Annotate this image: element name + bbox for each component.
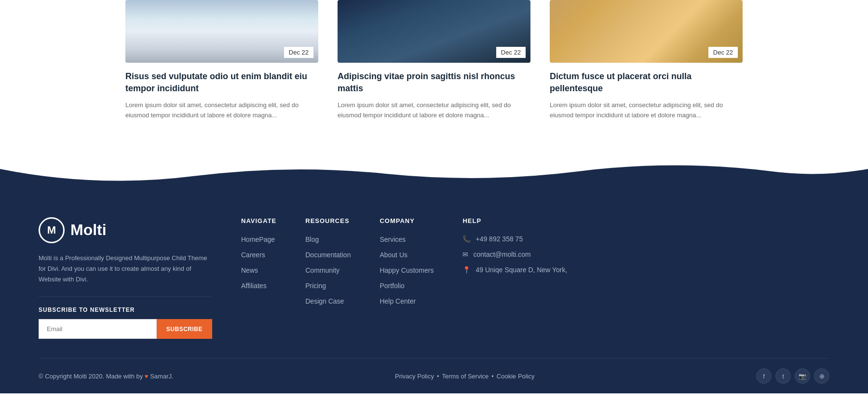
twitter-icon[interactable]: t xyxy=(775,368,791,384)
instagram-icon[interactable]: 📷 xyxy=(795,368,810,384)
footer-social: f t 📷 ⊕ xyxy=(756,368,829,384)
help-email: contact@molti.com xyxy=(473,251,530,258)
blog-card-title-1: Risus sed vulputate odio ut enim blandit… xyxy=(125,70,318,95)
happy-customers-link[interactable]: Happy Customers xyxy=(380,266,434,274)
web-icon[interactable]: ⊕ xyxy=(814,368,829,384)
footer-col-navigate: NAVIGATE HomePage Careers News Affiliate… xyxy=(241,217,276,312)
link-separator-1: • xyxy=(437,373,439,380)
help-center-link[interactable]: Help Center xyxy=(380,297,416,305)
blog-card-3: Dec 22 Dictum fusce ut placerat orci nul… xyxy=(550,0,743,121)
footer-top: M Molti Molti is a Professionally Design… xyxy=(39,217,829,358)
help-phone: +49 892 358 75 xyxy=(475,235,523,243)
list-item: Portfolio xyxy=(380,281,434,290)
subscribe-button[interactable]: SUBSCRIBE xyxy=(157,319,212,339)
list-item: Blog xyxy=(305,235,351,244)
footer-brand: M Molti Molti is a Professionally Design… xyxy=(39,217,212,339)
blog-card-2: Dec 22 Adipiscing vitae proin sagittis n… xyxy=(338,0,530,121)
wave-divider xyxy=(0,150,868,188)
footer-col-resources: RESOURCES Blog Documentation Community P… xyxy=(305,217,351,312)
design-case-link[interactable]: Design Case xyxy=(305,297,344,305)
blog-card-1: Dec 22 Risus sed vulputate odio ut enim … xyxy=(125,0,318,121)
affiliates-link[interactable]: Affiliates xyxy=(241,282,267,290)
navigate-heading: NAVIGATE xyxy=(241,217,276,224)
blog-link[interactable]: Blog xyxy=(305,236,319,243)
blog-card-excerpt-2: Lorem ipsum dolor sit amet, consectetur … xyxy=(338,100,530,121)
documentation-link[interactable]: Documentation xyxy=(305,251,351,259)
logo-circle-icon: M xyxy=(39,217,65,243)
help-address-item: 📍 49 Uniqe Square D, New York, xyxy=(462,266,567,274)
homepage-link[interactable]: HomePage xyxy=(241,236,275,243)
privacy-policy-link[interactable]: Privacy Policy xyxy=(395,373,434,380)
email-input[interactable] xyxy=(39,319,157,339)
help-email-item: ✉ contact@molti.com xyxy=(462,251,567,258)
list-item: Services xyxy=(380,235,434,244)
resources-list: Blog Documentation Community Pricing Des… xyxy=(305,235,351,306)
envelope-icon: ✉ xyxy=(462,251,468,258)
footer-col-company: COMPANY Services About Us Happy Customer… xyxy=(380,217,434,312)
logo-text: Molti xyxy=(70,221,107,239)
facebook-icon[interactable]: f xyxy=(756,368,772,384)
footer-policy-links: Privacy Policy • Terms of Service • Cook… xyxy=(395,373,535,380)
list-item: HomePage xyxy=(241,235,276,244)
subscribe-form: SUBSCRIBE xyxy=(39,319,212,339)
blog-card-excerpt-3: Lorem ipsum dolor sit amet, consectetur … xyxy=(550,100,743,121)
copyright-text: © Copyright Molti 2020. Made with by ♥ S… xyxy=(39,373,174,380)
careers-link[interactable]: Careers xyxy=(241,251,265,259)
footer-nav-columns: NAVIGATE HomePage Careers News Affiliate… xyxy=(241,217,829,312)
news-link[interactable]: News xyxy=(241,266,258,274)
list-item: Affiliates xyxy=(241,281,276,290)
heart-icon: ♥ xyxy=(145,373,149,380)
footer-bottom: © Copyright Molti 2020. Made with by ♥ S… xyxy=(39,358,829,393)
blog-card-image-1: Dec 22 xyxy=(125,0,318,63)
portfolio-link[interactable]: Portfolio xyxy=(380,282,404,290)
navigate-list: HomePage Careers News Affiliates xyxy=(241,235,276,290)
blog-cards-section: Dec 22 Risus sed vulputate odio ut enim … xyxy=(0,0,868,150)
about-us-link[interactable]: About Us xyxy=(380,251,407,259)
blog-card-excerpt-1: Lorem ipsum dolor sit amet, consectetur … xyxy=(125,100,318,121)
location-icon: 📍 xyxy=(462,266,471,274)
blog-card-title-2: Adipiscing vitae proin sagittis nisl rho… xyxy=(338,70,530,95)
resources-heading: RESOURCES xyxy=(305,217,351,224)
help-phone-item: 📞 +49 892 358 75 xyxy=(462,235,567,243)
list-item: Careers xyxy=(241,251,276,259)
company-list: Services About Us Happy Customers Portfo… xyxy=(380,235,434,306)
blog-card-title-3: Dictum fusce ut placerat orci nulla pell… xyxy=(550,70,743,95)
footer-description: Molti is a Professionally Designed Multi… xyxy=(39,253,212,285)
company-heading: COMPANY xyxy=(380,217,434,224)
subscribe-label: SUBSCRIBE TO NEWSLETTER xyxy=(39,306,212,313)
cookie-policy-link[interactable]: Cookie Policy xyxy=(497,373,535,380)
list-item: Design Case xyxy=(305,297,351,306)
list-item: Happy Customers xyxy=(380,266,434,275)
footer-logo: M Molti xyxy=(39,217,212,243)
blog-card-image-3: Dec 22 xyxy=(550,0,743,63)
pricing-link[interactable]: Pricing xyxy=(305,282,326,290)
footer-col-help: HELP 📞 +49 892 358 75 ✉ contact@molti.co… xyxy=(462,217,567,312)
help-heading: HELP xyxy=(462,217,567,224)
list-item: Pricing xyxy=(305,281,351,290)
date-badge-2: Dec 22 xyxy=(496,47,526,58)
list-item: Community xyxy=(305,266,351,275)
list-item: Help Center xyxy=(380,297,434,306)
blog-card-image-2: Dec 22 xyxy=(338,0,530,63)
list-item: Documentation xyxy=(305,251,351,259)
terms-link[interactable]: Terms of Service xyxy=(442,373,488,380)
help-address: 49 Uniqe Square D, New York, xyxy=(475,266,567,274)
services-link[interactable]: Services xyxy=(380,236,406,243)
date-badge-3: Dec 22 xyxy=(708,47,738,58)
date-badge-1: Dec 22 xyxy=(284,47,313,58)
footer-hr xyxy=(39,296,212,297)
link-separator-2: • xyxy=(491,373,494,380)
footer: M Molti Molti is a Professionally Design… xyxy=(0,188,868,393)
list-item: News xyxy=(241,266,276,275)
community-link[interactable]: Community xyxy=(305,266,339,274)
list-item: About Us xyxy=(380,251,434,259)
phone-icon: 📞 xyxy=(462,235,471,243)
